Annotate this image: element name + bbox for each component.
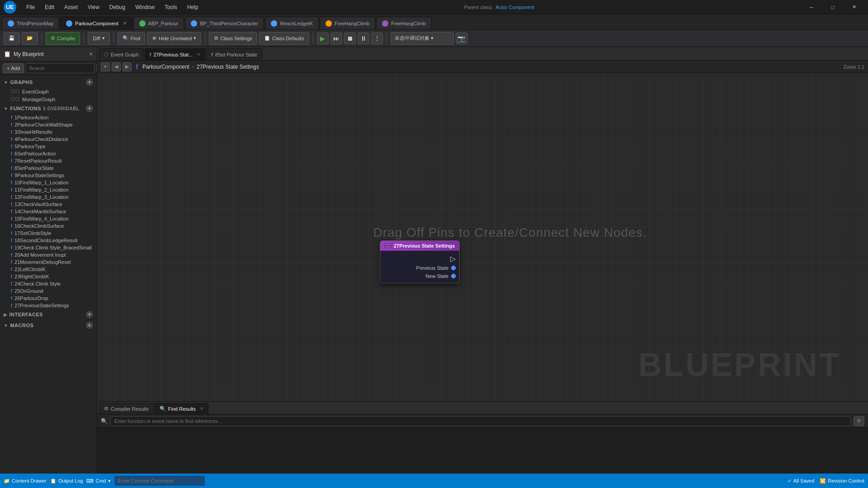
compile-button[interactable]: ⚙ Compile — [46, 32, 80, 45]
sidebar-item-18second[interactable]: f18SecondClimbLedgeResult — [0, 237, 97, 244]
tab-compiler-results[interactable]: ⚙ Compiler Results — [99, 403, 154, 414]
sidebar-item-5parkourtype[interactable]: f5ParkourType — [0, 143, 97, 150]
bp-node-27previous[interactable]: 27Previous State Settings ▷ Previous Sta… — [380, 240, 460, 283]
sidebar-item-19check[interactable]: f19Check Climb Style_BracedSmall — [0, 244, 97, 251]
console-input[interactable] — [114, 476, 205, 486]
sidebar-item-6setparkour[interactable]: f6SetParkourAction — [0, 150, 97, 157]
class-settings-button[interactable]: ⚙ Class Settings — [209, 32, 257, 45]
tab-27previous-state[interactable]: f 27Previous Stat... ✕ — [145, 48, 206, 60]
tab-close-icon[interactable]: ✕ — [200, 406, 203, 411]
browse-button[interactable]: 📂 — [22, 32, 38, 45]
sidebar-item-13checkvault[interactable]: f13CheckVaultSurface — [0, 201, 97, 208]
save-button[interactable]: 💾 — [4, 32, 20, 45]
menu-file[interactable]: File — [22, 2, 39, 12]
tab-event-graph[interactable]: ⬡ Event Graph — [99, 48, 144, 60]
breadcrumb-forward-button[interactable]: ▶ — [123, 62, 132, 71]
class-defaults-button[interactable]: 📋 Class Defaults — [259, 32, 309, 45]
content-drawer-button[interactable]: 📁 Content Drawer — [4, 478, 47, 484]
sidebar-item-14checkmantle[interactable]: f14CheckMantleSurface — [0, 208, 97, 215]
sidebar-item-3showhit[interactable]: f3ShowHitResults — [0, 128, 97, 136]
menu-asset[interactable]: Asset — [60, 2, 82, 12]
maximize-button[interactable]: □ — [822, 0, 843, 14]
interfaces-section-header[interactable]: ▶ INTERFACES + — [0, 309, 97, 320]
sidebar-item-2parkourcheck[interactable]: f2ParkourCheckWallShape — [0, 121, 97, 128]
sidebar-item-10findwarp1[interactable]: f10FindWarp_1_Location — [0, 179, 97, 186]
cmd-button[interactable]: ⌨ Cmd ▾ — [86, 478, 110, 484]
sidebar-item-12findwarp3[interactable]: f12FindWarp_3_Location — [0, 193, 97, 201]
tab-8set-parkour[interactable]: f 8Set Parkour State — [206, 48, 262, 60]
macros-section-header[interactable]: ▼ MACROS + — [0, 320, 97, 331]
add-button[interactable]: + Add — [3, 63, 24, 73]
breadcrumb-component[interactable]: ParkourComponent — [142, 64, 189, 70]
sidebar-item-eventgraph[interactable]: ⬡⬡ EventGraph — [0, 88, 97, 95]
tab-close-icon[interactable]: ✕ — [123, 21, 127, 26]
tab-thirdpersonmap[interactable]: ThirdPersonMap — [2, 17, 59, 29]
sidebar-item-8setparkour[interactable]: f8SetParkourState — [0, 164, 97, 172]
find-references-input[interactable] — [110, 416, 851, 426]
sidebar-item-montagegraph[interactable]: ⬡⬡ MontageGraph — [0, 95, 97, 103]
tab-freehangclimb1[interactable]: FreeHangClimb — [320, 17, 375, 29]
sidebar-item-26parkour[interactable]: f26ParkourDrop — [0, 295, 97, 302]
tab-freehangclimb2[interactable]: FreeHangClimb — [376, 17, 432, 29]
menu-tools[interactable]: Tools — [160, 2, 182, 12]
sidebar-item-20add[interactable]: f20Add Movement Inupt — [0, 251, 97, 258]
tab-close-icon[interactable]: ✕ — [197, 52, 200, 57]
toolbar-separator — [113, 33, 114, 44]
menu-window[interactable]: Window — [131, 2, 159, 12]
sidebar-item-27previous[interactable]: f27PreviousStateSettings — [0, 302, 97, 309]
sidebar-item-7resetparkour[interactable]: f7ResetParkourResult — [0, 157, 97, 164]
stop-button[interactable]: ⏹ — [344, 33, 356, 44]
sidebar-item-1parkouraction[interactable]: f1ParkourAction — [0, 114, 97, 121]
tab-bp-thirdperson[interactable]: BP_ThirdPersonCharacter — [185, 17, 264, 29]
tab-reachledgeik[interactable]: ReachLedgeIK — [265, 17, 319, 29]
functions-add-button[interactable]: + — [86, 105, 93, 112]
blueprint-panel-close[interactable]: ✕ — [89, 51, 93, 57]
previous-state-pin[interactable] — [451, 266, 456, 270]
sidebar-item-22left[interactable]: f22LeftClimbIK — [0, 266, 97, 273]
more-button[interactable]: ⋮ — [371, 33, 383, 44]
menu-view[interactable]: View — [83, 2, 104, 12]
interfaces-add-button[interactable]: + — [86, 311, 93, 318]
sidebar-item-25onground[interactable]: f25OnGround — [0, 287, 97, 295]
menu-debug[interactable]: Debug — [105, 2, 130, 12]
find-search-button[interactable]: ⚙ — [854, 416, 864, 426]
menu-help[interactable]: Help — [183, 2, 203, 12]
diff-button[interactable]: Diff ▾ — [88, 32, 109, 45]
output-log-button[interactable]: 📋 Output Log — [50, 478, 83, 484]
sidebar-item-21movement[interactable]: f21MovementDebugReset — [0, 258, 97, 266]
new-state-pin[interactable] — [451, 274, 456, 278]
step-button[interactable]: ⏭ — [330, 33, 342, 44]
sidebar-item-11findwarp2[interactable]: f11FindWarp_2_Location — [0, 186, 97, 193]
sidebar-item-17setclimb[interactable]: f17SetClimbStyle — [0, 230, 97, 237]
sidebar-item-23right[interactable]: f23RightClimbIK — [0, 273, 97, 280]
search-input[interactable] — [26, 63, 94, 73]
graphs-section-header[interactable]: ▼ GRAPHS + — [0, 77, 97, 88]
tab-parkourcomponent[interactable]: ParkourComponent ✕ — [60, 17, 132, 29]
sidebar-item-15findwarp4[interactable]: f15FindWarp_4_Location — [0, 215, 97, 222]
hide-unrelated-button[interactable]: 👁 Hide Unrelated ▾ — [147, 32, 201, 45]
sidebar-item-16checkclimb[interactable]: f16CheckClimbSurface — [0, 222, 97, 230]
minimize-button[interactable]: ─ — [801, 0, 822, 14]
close-button[interactable]: ✕ — [844, 0, 864, 14]
sidebar-item-9parkourstate[interactable]: f9ParkourStateSettings — [0, 172, 97, 179]
tab-find-results[interactable]: 🔍 Find Results ✕ — [155, 403, 208, 414]
revision-control-button[interactable]: 🔀 Revision Control — [820, 478, 864, 484]
functions-section-header[interactable]: ▼ FUNCTIONS 3 OVERRIDABL + — [0, 103, 97, 114]
debug-more-button[interactable]: 📷 — [456, 33, 467, 44]
sidebar-item-24check[interactable]: f24Check Climb Style — [0, 280, 97, 287]
tab-abp-parkour[interactable]: ABP_Parkour — [133, 17, 184, 29]
debug-dropdown[interactable]: 未选中调试对象 ▾ — [391, 32, 454, 45]
sidebar-item-4parkourcheck[interactable]: f4ParkourCheckDistance — [0, 136, 97, 143]
find-button[interactable]: 🔍 Find — [118, 32, 145, 45]
pause-button[interactable]: ⏸ — [358, 33, 369, 44]
play-button[interactable]: ▶ — [317, 33, 329, 44]
graphs-add-button[interactable]: + — [86, 79, 93, 86]
exec-out-pin[interactable]: ▷ — [450, 254, 456, 263]
parent-class-value[interactable]: Actor Component — [495, 5, 534, 10]
breadcrumb-dropdown-button[interactable]: ▾ — [101, 62, 110, 71]
breadcrumb-back-button[interactable]: ◀ — [112, 62, 121, 71]
all-saved-status[interactable]: ✓ All Saved — [788, 478, 814, 484]
blueprint-canvas[interactable]: Drag Off Pins to Create/Connect New Node… — [97, 73, 868, 401]
macros-add-button[interactable]: + — [86, 322, 93, 329]
menu-edit[interactable]: Edit — [40, 2, 59, 12]
